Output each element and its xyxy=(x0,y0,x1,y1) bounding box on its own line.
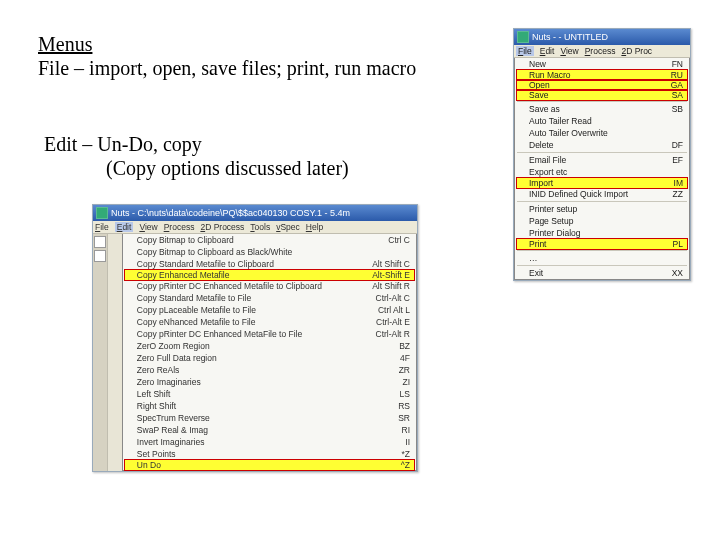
menu-item-shortcut: Alt-Shift E xyxy=(372,270,410,280)
menu-2dproc[interactable]: 2D Proc xyxy=(621,46,652,56)
menu-file[interactable]: File xyxy=(95,222,109,232)
menu-item-label: Open xyxy=(529,80,550,90)
menu-item-label: Zero Full Data region xyxy=(137,353,217,363)
menu-item[interactable]: Invert ImaginariesII xyxy=(123,436,416,448)
menu-view[interactable]: View xyxy=(560,46,578,56)
menu-item[interactable]: … xyxy=(515,252,689,264)
file-menu-screenshot: Nuts - - UNTITLED FileEditViewProcess2D … xyxy=(513,28,691,281)
menu-item[interactable]: Copy Bitmap to ClipboardCtrl C xyxy=(123,234,416,246)
menu-item-shortcut: LS xyxy=(400,389,410,399)
menu-item-label: Export etc xyxy=(529,167,567,177)
menu-item[interactable]: Copy pRinter DC Enhanced Metafile to Cli… xyxy=(123,280,416,292)
menu-item[interactable]: NewFN xyxy=(515,58,689,70)
window-title: Nuts - - UNTITLED xyxy=(532,32,608,42)
menu-item[interactable]: SaveSA xyxy=(517,90,687,100)
menu-help[interactable]: Help xyxy=(306,222,323,232)
edit-menu-screenshot: Nuts - C:\nuts\data\codeine\PQ\$$ac04013… xyxy=(92,204,418,472)
menu-item-shortcut: ^Z xyxy=(401,460,410,470)
menu-item-shortcut: PL xyxy=(673,239,683,249)
menu-item[interactable]: DeleteDF xyxy=(515,139,689,151)
menu-item[interactable]: Printer setup xyxy=(515,203,689,215)
separator xyxy=(517,201,687,202)
menu-item-shortcut: ZZ xyxy=(673,189,683,199)
menu-item[interactable]: Printer Dialog xyxy=(515,227,689,239)
menu-item[interactable]: PrintPL xyxy=(517,239,687,249)
menu-item-label: Print xyxy=(529,239,546,249)
menu-item[interactable]: ImportIM xyxy=(517,178,687,188)
menu-item-label: Left Shift xyxy=(137,389,171,399)
menu-item-label: Zero ReAls xyxy=(137,365,180,375)
separator xyxy=(517,265,687,266)
menu-item-label: Copy Enhanced Metafile xyxy=(137,270,230,280)
menu-vspec[interactable]: vSpec xyxy=(276,222,300,232)
menu-item[interactable]: Zero Full Data region4F xyxy=(123,352,416,364)
separator xyxy=(517,152,687,153)
separator xyxy=(517,101,687,102)
menu-item[interactable]: Copy Standard Metafile to ClipboardAlt S… xyxy=(123,258,416,270)
app-icon xyxy=(96,207,108,219)
menu-item[interactable]: Copy Bitmap to Clipboard as Black/White xyxy=(123,246,416,258)
menu-item[interactable]: Export etc xyxy=(515,166,689,178)
menu-item-label: Copy eNhanced Metafile to File xyxy=(137,317,256,327)
menu-item[interactable]: Auto Tailer Overwrite xyxy=(515,127,689,139)
menu-item-label: Copy Bitmap to Clipboard xyxy=(137,235,234,245)
menu-item[interactable]: Copy pLaceable Metafile to FileCtrl Alt … xyxy=(123,304,416,316)
separator xyxy=(517,250,687,251)
menu-item-shortcut: Alt Shift C xyxy=(372,259,410,269)
menu-item[interactable]: Set Points*Z xyxy=(123,448,416,460)
menu-process[interactable]: Process xyxy=(164,222,195,232)
menu-edit[interactable]: Edit xyxy=(115,222,134,232)
menu-item-label: Copy pLaceable Metafile to File xyxy=(137,305,256,315)
menu-item[interactable]: Run MacroRU xyxy=(517,70,687,80)
menu-2dprocess[interactable]: 2D Process xyxy=(200,222,244,232)
menu-item[interactable]: Auto Tailer Read xyxy=(515,115,689,127)
menu-item-shortcut: ZR xyxy=(399,365,410,375)
cut-icon xyxy=(94,250,106,262)
menu-item-label: SpecTrum Reverse xyxy=(137,413,210,423)
menu-file[interactable]: File xyxy=(516,46,534,56)
menu-item[interactable]: Copy pRinter DC Enhanced MetaFile to Fil… xyxy=(123,328,416,340)
app-icon xyxy=(517,31,529,43)
menu-item[interactable]: INID Defined Quick ImportZZ xyxy=(515,188,689,200)
menu-item[interactable]: Copy Standard Metafile to FileCtrl-Alt C xyxy=(123,292,416,304)
menu-item[interactable]: Right ShiftRS xyxy=(123,400,416,412)
menu-item-label: Copy Bitmap to Clipboard as Black/White xyxy=(137,247,292,257)
menu-tools[interactable]: Tools xyxy=(250,222,270,232)
menu-item[interactable]: Copy Enhanced MetafileAlt-Shift E xyxy=(125,270,414,280)
menu-item-label: INID Defined Quick Import xyxy=(529,189,628,199)
menu-item[interactable]: Email FileEF xyxy=(515,154,689,166)
menu-item[interactable]: ExitXX xyxy=(515,267,689,279)
text-edit-line2: (Copy options discussed later) xyxy=(106,156,349,181)
menu-item-label: Printer Dialog xyxy=(529,228,581,238)
menu-item[interactable]: SwaP Real & ImagRI xyxy=(123,424,416,436)
menu-item[interactable]: Zero ReAlsZR xyxy=(123,364,416,376)
menu-item-label: Import xyxy=(529,178,553,188)
menu-item[interactable]: Left ShiftLS xyxy=(123,388,416,400)
menu-item-label: Invert Imaginaries xyxy=(137,437,205,447)
menu-item[interactable]: ZerO Zoom RegionBZ xyxy=(123,340,416,352)
menu-item-label: Auto Tailer Overwrite xyxy=(529,128,608,138)
menu-item[interactable]: Un Do^Z xyxy=(125,460,414,470)
menu-item-shortcut: IM xyxy=(674,178,683,188)
menu-view[interactable]: View xyxy=(139,222,157,232)
menu-item-label: Zero Imaginaries xyxy=(137,377,201,387)
menu-item-label: Page Setup xyxy=(529,216,573,226)
menu-item[interactable]: Zero ImaginariesZI xyxy=(123,376,416,388)
menu-item-shortcut: RU xyxy=(671,70,683,80)
menu-item[interactable]: Copy eNhanced Metafile to FileCtrl-Alt E xyxy=(123,316,416,328)
menu-item-shortcut: DF xyxy=(672,140,683,150)
menu-item[interactable]: SpecTrum ReverseSR xyxy=(123,412,416,424)
menu-item-label: Save xyxy=(529,90,548,100)
menu-item-label: Copy pRinter DC Enhanced MetaFile to Fil… xyxy=(137,329,302,339)
menu-edit[interactable]: Edit xyxy=(540,46,555,56)
menu-item-label: Copy Standard Metafile to Clipboard xyxy=(137,259,274,269)
menu-item[interactable]: Save asSB xyxy=(515,103,689,115)
menu-item[interactable]: OpenGA xyxy=(517,80,687,90)
menu-item-shortcut: Alt Shift R xyxy=(372,281,410,291)
menu-item-shortcut: GA xyxy=(671,80,683,90)
menu-item[interactable]: Page Setup xyxy=(515,215,689,227)
menu-item-label: Set Points xyxy=(137,449,176,459)
menu-item-shortcut: ZI xyxy=(402,377,410,387)
menu-process[interactable]: Process xyxy=(585,46,616,56)
menu-item-shortcut: Ctrl-Alt C xyxy=(376,293,410,303)
